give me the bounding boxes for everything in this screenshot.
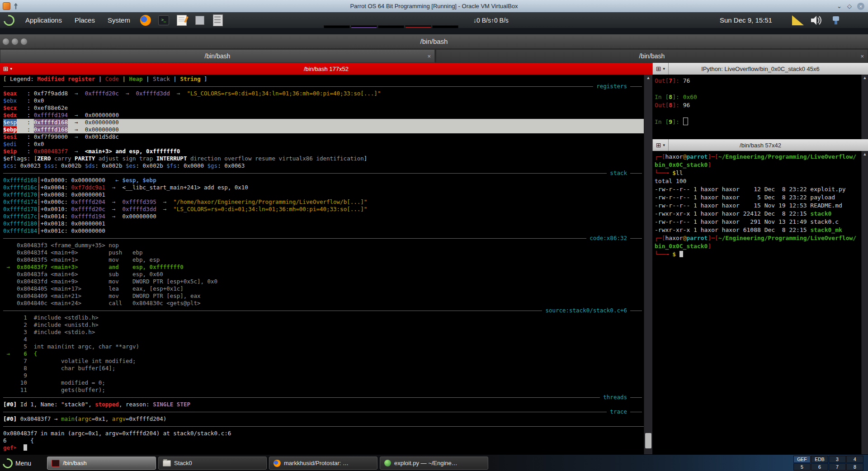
terminal-line: 0x8048405 <main+17> lea eax, [esp+0x1c]: [3, 285, 644, 292]
terminal-line: 0x80483fd <main+9> mov DWORD PTR [esp+0x…: [3, 278, 644, 285]
app-icon: [195, 16, 204, 25]
terminal-line: 0xffffd17c│+0x0014: 0xffffd194 → 0x00000…: [3, 213, 644, 220]
archive-icon: [213, 14, 223, 26]
workspace-edb[interactable]: EDB: [811, 456, 828, 463]
workspace-4[interactable]: 4: [846, 456, 863, 463]
archive-launcher[interactable]: [212, 14, 224, 26]
terminal-line: -rwxr-xr-x 1 haxor haxor 61088 Dec 8 22:…: [655, 226, 861, 234]
section-header-threads: threads: [3, 394, 644, 401]
gef-terminal[interactable]: [ Legend: Modified register | Code | Hea…: [0, 75, 644, 454]
terminal-line: $eax : 0xf7f9add8 → 0xffffd20c → 0xffffd…: [3, 90, 644, 97]
terminal-line: 0xffffd178│+0x0010: 0xffffd20c → 0xffffd…: [3, 206, 644, 213]
terminal-launcher[interactable]: >_: [158, 14, 170, 26]
network-icon[interactable]: [830, 14, 844, 26]
terminal-line: -rw-r--r-- 1 haxor haxor 291 Nov 13 21:4…: [655, 218, 861, 226]
workspace-7[interactable]: 7: [829, 463, 846, 471]
terminal-line: 0xffffd170│+0x0008: 0x00000001: [3, 191, 644, 198]
scroll-up-icon[interactable]: ▲: [644, 75, 652, 80]
menu-system[interactable]: System: [101, 12, 137, 28]
app-launcher[interactable]: [194, 14, 206, 26]
speaker-icon[interactable]: [810, 14, 824, 26]
terminal-line: 0x8048409 <main+21> mov DWORD PTR [esp],…: [3, 292, 644, 300]
terminal-line: $edi : 0x0: [3, 141, 644, 148]
terminal-line: total 100: [655, 177, 861, 185]
menu-applications[interactable]: Applications: [19, 12, 68, 28]
terminal-line: 0x80483f5 <main+1> mov ebp, esp: [3, 256, 644, 264]
window-button-2[interactable]: [11, 38, 19, 45]
terminal-line: 0xffffd168│+0x0000: 0x00000000 ← $esp, $…: [3, 177, 644, 184]
minimize-button[interactable]: ⌄: [837, 3, 842, 9]
panel-menus: ApplicationsPlacesSystem: [19, 12, 137, 28]
terminal-line: 3 #include <stdio.h>: [3, 329, 644, 336]
window-button-3[interactable]: [20, 38, 28, 45]
window-button-1[interactable]: [2, 38, 9, 45]
terminal-line: $eflags: [ZERO carry PARITY adjust sign …: [3, 155, 644, 162]
ipython-terminal[interactable]: Out[7]: 76In [8]: 0x60Out[8]: 96In [9]:: [652, 75, 861, 139]
workspace-8[interactable]: 8: [846, 463, 863, 471]
terminal-line: 0x80483f4 <main+0> push ebp: [3, 249, 644, 256]
scroll-up-icon[interactable]: ▲: [862, 75, 868, 80]
terminal-line: 6 {: [3, 437, 644, 444]
taskbar-task--bin-bash[interactable]: /bin/bash: [47, 457, 156, 470]
terminal-line: 0x80483fa <main+6> sub esp, 0x60: [3, 271, 644, 278]
taskbar-task-markkhusid-protostar-[interactable]: markkhusid/Protostar: …: [269, 457, 377, 470]
tab-close-icon[interactable]: ×: [427, 53, 431, 60]
firefox-launcher[interactable]: [140, 14, 151, 26]
folder-icon: [163, 460, 171, 466]
task-label: exploit.py — ~/Engine…: [394, 460, 458, 466]
scrollbar-thumb[interactable]: [645, 433, 651, 448]
net-up-icon: ↑: [491, 17, 494, 24]
terminal-line: bin_0x0C_stack0]: [655, 242, 861, 250]
terminal-line: $eip : 0x080483f7 → <main+3> and esp, 0x…: [3, 148, 644, 155]
terminal-line: Out[7]: 76: [655, 77, 861, 85]
ipython-scrollbar[interactable]: ▲: [861, 75, 868, 139]
close-button[interactable]: ×: [857, 3, 864, 10]
terminal-line: 2 #include <unistd.h>: [3, 321, 644, 329]
tab-bin-bash-2[interactable]: /bin/bash ×: [436, 49, 868, 63]
terminal-line: 0xffffd174│+0x000c: 0xffffd204 → 0xffffd…: [3, 198, 644, 206]
terminal-line: [655, 109, 861, 118]
gef-scrollbar[interactable]: ▲: [644, 75, 652, 454]
terminal-line: [655, 85, 861, 93]
section-header-stack: stack: [3, 170, 644, 177]
menu-places[interactable]: Places: [68, 12, 101, 28]
top-panel: ApplicationsPlacesSystem >_ ↓0 B/s↑0 B/s…: [0, 12, 868, 28]
workspace-6[interactable]: 6: [811, 463, 828, 471]
workspace-pager: GEFEDB345678: [793, 456, 863, 471]
terminal-line: 11 gets(buffer);: [3, 386, 644, 394]
taskbar-task-exploit-py-engine-[interactable]: exploit.py — ~/Engine…: [380, 457, 488, 470]
python-icon: [384, 460, 391, 466]
taskbar-task-stack0[interactable]: Stack0: [158, 457, 267, 470]
tab-bin-bash-1[interactable]: /bin/bash ×: [0, 49, 435, 63]
terminal-line: -rw-r--r-- 1 haxor haxor 15 Nov 19 12:53…: [655, 202, 861, 210]
text-cursor: [683, 118, 688, 125]
scroll-up-icon[interactable]: ▲: [862, 152, 868, 156]
terminal-line: ┌─[haxor@parrot]─[~/Engineering/Programm…: [655, 234, 861, 242]
system-tray: [792, 12, 844, 28]
gef-pane-title: /bin/bash 177x52: [0, 66, 652, 72]
terminal-line: 8 char buffer[64];: [3, 365, 644, 372]
menu-label: Menu: [15, 460, 31, 467]
terminal-icon: >_: [158, 15, 169, 25]
workspace-3[interactable]: 3: [829, 456, 846, 463]
terminal-line: [#0] Id 1, Name: "stack0", stopped, reas…: [3, 401, 644, 408]
taskbar-menu-button[interactable]: Menu: [0, 455, 36, 471]
parrot-menu-icon[interactable]: [1, 13, 16, 28]
clock[interactable]: Sun Dec 9, 15:51: [720, 12, 772, 28]
ipython-pane-titlebar: IPython: LiveOverflow/bin_0x0C_stack0 45…: [652, 63, 868, 75]
workspace-5[interactable]: 5: [793, 463, 811, 471]
terminal-line: 0x80483f3 <frame_dummy+35> nop: [3, 242, 644, 249]
tab-label: /bin/bash: [205, 52, 231, 60]
terminal-line: → 0x80483f7 <main+3> and esp, 0xfffffff0: [3, 264, 644, 271]
workspace-gef[interactable]: GEF: [793, 456, 811, 463]
net-down-icon: ↓: [473, 17, 476, 24]
notes-launcher[interactable]: [176, 14, 188, 26]
terminal-line: └──╼ $: [655, 250, 861, 259]
terminal-line: 0xffffd180│+0x0018: 0x00000001: [3, 220, 644, 227]
maximize-button[interactable]: ◇: [847, 3, 852, 9]
tab-close-icon[interactable]: ×: [860, 53, 864, 60]
terminal-line: ┌─[haxor@parrot]─[~/Engineering/Programm…: [655, 153, 861, 161]
bash-terminal[interactable]: ┌─[haxor@parrot]─[~/Engineering/Programm…: [652, 151, 861, 454]
bash-scrollbar[interactable]: ▲: [861, 151, 868, 454]
ruler-icon[interactable]: [792, 15, 804, 25]
